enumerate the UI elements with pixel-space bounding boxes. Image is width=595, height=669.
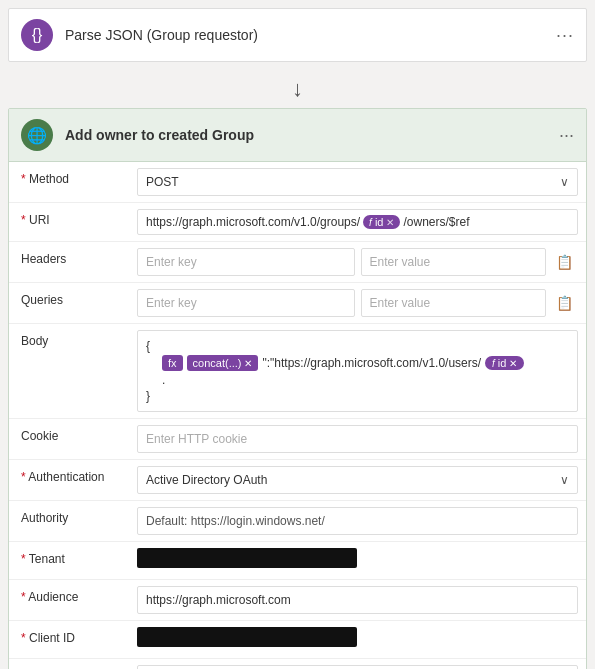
uri-id-token[interactable]: f id ✕ [363,215,400,229]
headers-key-input[interactable] [137,248,355,276]
credential-type-label: * Credential Type [9,659,129,669]
authentication-row: * Authentication Active Directory OAuth … [9,460,586,501]
body-dot-line: . [146,373,569,387]
tenant-required-star: * [21,552,26,566]
body-control: { fx concat(...) ✕ ":"https://graph.micr… [129,324,586,418]
headers-value-input[interactable] [361,248,547,276]
audience-input[interactable] [137,586,578,614]
uri-token-id-label: id [375,216,384,228]
body-id-label: id [498,357,507,369]
cookie-row: Cookie [9,419,586,460]
headers-control: 📋 [129,242,586,282]
main-card-header: 🌐 Add owner to created Group ··· [9,109,586,162]
method-value: POST [146,175,179,189]
body-open-brace: { [146,339,569,353]
body-id-close-icon[interactable]: ✕ [509,358,517,369]
body-label: Body [9,324,129,358]
authentication-label: * Authentication [9,460,129,494]
body-id-fx-icon: f [492,358,495,369]
credential-type-control: Secret ∨ [129,659,586,669]
main-card-more-button[interactable]: ··· [559,125,574,146]
uri-row: * URI https://graph.microsoft.com/v1.0/g… [9,203,586,242]
method-select[interactable]: POST ∨ [137,168,578,196]
connector-arrow: ↓ [0,70,595,108]
authentication-chevron-icon: ∨ [560,473,569,487]
cookie-input[interactable] [137,425,578,453]
queries-key-wrapper [137,289,355,317]
body-fx-token[interactable]: fx [162,355,183,371]
client-id-control [129,621,586,653]
top-card-icon: {} [21,19,53,51]
headers-value-wrapper: 📋 [361,248,579,276]
tenant-label: * Tenant [9,542,129,576]
audience-control [129,580,586,620]
body-id-token[interactable]: f id ✕ [485,356,524,370]
body-concat-label: concat(...) [193,357,242,369]
body-editor[interactable]: { fx concat(...) ✕ ":"https://graph.micr… [137,330,578,412]
clientid-required-star: * [21,631,26,645]
body-concat-close-icon[interactable]: ✕ [244,358,252,369]
uri-prefix-text: https://graph.microsoft.com/v1.0/groups/ [146,215,360,229]
authority-input[interactable] [137,507,578,535]
audience-label: * Audience [9,580,129,614]
queries-row: Queries 📋 [9,283,586,324]
tenant-row: * Tenant [9,542,586,580]
authentication-value: Active Directory OAuth [146,473,267,487]
uri-token-close-icon[interactable]: ✕ [386,217,394,228]
queries-control: 📋 [129,283,586,323]
uri-token-fx-icon: f [369,217,372,228]
uri-required-star: * [21,213,26,227]
queries-value-wrapper: 📋 [361,289,579,317]
form-body: * Method POST ∨ * URI https://graph.micr… [9,162,586,669]
headers-label: Headers [9,242,129,276]
uri-suffix-text: /owners/$ref [403,215,469,229]
queries-add-icon[interactable]: 📋 [550,289,578,317]
body-string-part: ":"https://graph.microsoft.com/v1.0/user… [262,356,481,370]
body-fx-label: fx [168,357,177,369]
queries-key-input[interactable] [137,289,355,317]
body-concat-token[interactable]: concat(...) ✕ [187,355,259,371]
method-label: * Method [9,162,129,196]
headers-row: Headers 📋 [9,242,586,283]
credential-type-select[interactable]: Secret ∨ [137,665,578,669]
cookie-label: Cookie [9,419,129,453]
method-required-star: * [21,172,26,186]
credential-type-row: * Credential Type Secret ∨ [9,659,586,669]
audience-row: * Audience [9,580,586,621]
main-card-icon: 🌐 [21,119,53,151]
method-control: POST ∨ [129,162,586,202]
uri-label: * URI [9,203,129,237]
headers-key-wrapper [137,248,355,276]
body-close-brace: } [146,389,569,403]
method-chevron-icon: ∨ [560,175,569,189]
top-card-icon-symbol: {} [32,26,43,44]
top-card-title: Parse JSON (Group requestor) [65,27,544,43]
top-card-more-button[interactable]: ··· [556,25,574,46]
client-id-row: * Client ID [9,621,586,659]
body-content-line: fx concat(...) ✕ ":"https://graph.micros… [146,355,569,371]
authentication-control: Active Directory OAuth ∨ [129,460,586,500]
tenant-redacted [137,548,357,568]
top-card: {} Parse JSON (Group requestor) ··· [8,8,587,62]
main-card: 🌐 Add owner to created Group ··· * Metho… [8,108,587,669]
method-row: * Method POST ∨ [9,162,586,203]
tenant-control [129,542,586,574]
main-card-icon-symbol: 🌐 [27,126,47,145]
uri-control: https://graph.microsoft.com/v1.0/groups/… [129,203,586,241]
audience-required-star: * [21,590,26,604]
body-row: Body { fx concat(...) ✕ ":"https: [9,324,586,419]
main-card-title: Add owner to created Group [65,127,547,143]
uri-input[interactable]: https://graph.microsoft.com/v1.0/groups/… [137,209,578,235]
client-id-redacted [137,627,357,647]
queries-label: Queries [9,283,129,317]
client-id-label: * Client ID [9,621,129,655]
authority-label: Authority [9,501,129,535]
authority-control [129,501,586,541]
auth-required-star: * [21,470,26,484]
authentication-select[interactable]: Active Directory OAuth ∨ [137,466,578,494]
headers-add-icon[interactable]: 📋 [550,248,578,276]
queries-value-input[interactable] [361,289,547,317]
cookie-control [129,419,586,459]
authority-row: Authority [9,501,586,542]
